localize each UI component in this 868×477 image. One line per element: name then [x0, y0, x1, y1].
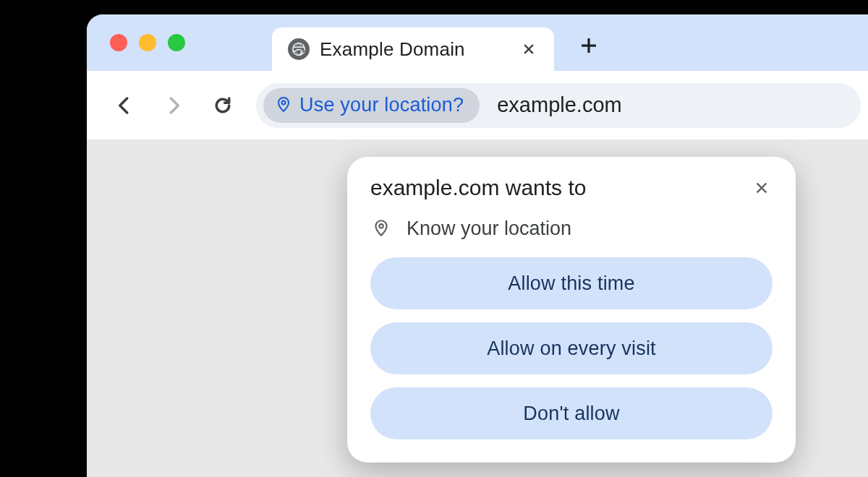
- permission-description: Know your location: [407, 218, 571, 240]
- location-permission-chip[interactable]: Use your location?: [263, 88, 480, 123]
- tab-strip: Example Domain: [87, 14, 868, 71]
- svg-point-0: [282, 100, 286, 104]
- window-close-button[interactable]: [110, 34, 127, 51]
- browser-tab[interactable]: Example Domain: [272, 27, 554, 71]
- window-maximize-button[interactable]: [168, 34, 185, 51]
- browser-window: Example Domain Use your location?: [87, 14, 868, 477]
- toolbar: Use your location? example.com: [87, 71, 868, 140]
- new-tab-button[interactable]: [569, 25, 609, 66]
- location-chip-label: Use your location?: [299, 94, 464, 116]
- tab-title: Example Domain: [320, 38, 509, 61]
- omnibox[interactable]: Use your location? example.com: [256, 83, 861, 128]
- omnibox-url: example.com: [497, 93, 621, 117]
- location-pin-icon: [372, 218, 391, 240]
- traffic-lights: [110, 34, 185, 51]
- permission-popup: example.com wants to Know your location …: [347, 157, 796, 463]
- back-button[interactable]: [109, 90, 140, 121]
- tab-close-button[interactable]: [519, 40, 538, 59]
- allow-every-visit-button[interactable]: Allow on every visit: [370, 322, 773, 374]
- permission-popup-close-button[interactable]: [751, 177, 773, 199]
- reload-button[interactable]: [207, 90, 239, 121]
- globe-icon: [288, 38, 310, 60]
- svg-point-1: [379, 224, 383, 228]
- location-pin-icon: [275, 95, 292, 116]
- dont-allow-button[interactable]: Don't allow: [370, 387, 773, 439]
- permission-popup-title: example.com wants to: [370, 176, 586, 200]
- window-minimize-button[interactable]: [139, 34, 156, 51]
- allow-this-time-button[interactable]: Allow this time: [370, 257, 773, 309]
- forward-button[interactable]: [158, 90, 190, 121]
